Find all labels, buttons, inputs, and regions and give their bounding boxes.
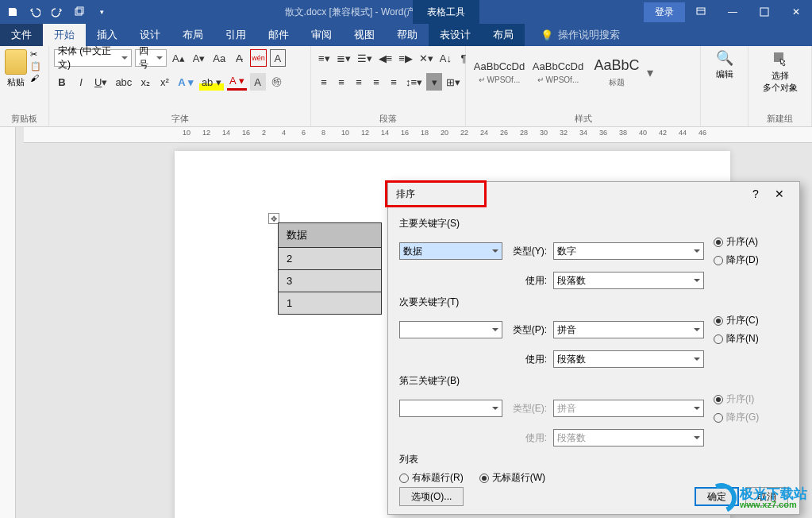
char-border-icon[interactable]: A	[270, 49, 286, 67]
bullets-icon[interactable]: ≡▾	[316, 49, 333, 67]
paste-button[interactable]: 粘贴	[5, 49, 27, 88]
secondary-type-select[interactable]: 拼音	[553, 321, 704, 338]
third-type-select: 拼音	[553, 400, 704, 417]
primary-key-select[interactable]: 数据	[399, 242, 502, 260]
new-window-icon[interactable]	[73, 6, 86, 18]
styles-expand-icon[interactable]: ▾	[647, 49, 653, 95]
redo-icon[interactable]	[51, 6, 63, 18]
cut-icon[interactable]: ✂	[30, 49, 41, 60]
font-color-icon[interactable]: A ▾	[227, 73, 247, 91]
table-header[interactable]: 数据	[279, 223, 382, 248]
primary-desc-radio[interactable]: 降序(D)	[714, 253, 759, 267]
minimize-icon[interactable]: —	[717, 0, 749, 24]
format-painter-icon[interactable]: 🖌	[30, 73, 41, 83]
style-item-0[interactable]: AaBbCcDd ↵ WPSOf...	[471, 49, 528, 95]
text-effects-icon[interactable]: A ▾	[175, 73, 196, 91]
qat-dropdown-icon[interactable]: ▾	[95, 6, 108, 18]
align-left-icon[interactable]: ≡	[316, 73, 332, 91]
style-preview: AaBbC	[594, 57, 639, 74]
numbering-icon[interactable]: ≣▾	[334, 49, 353, 67]
save-icon[interactable]	[6, 6, 19, 18]
dialog-titlebar[interactable]: 排序 ? ✕	[388, 182, 799, 206]
align-center-icon[interactable]: ≡	[333, 73, 349, 91]
secondary-key-select[interactable]	[399, 321, 502, 338]
tab-insert[interactable]: 插入	[86, 24, 129, 46]
tab-table-layout[interactable]: 布局	[482, 24, 525, 46]
primary-type-select[interactable]: 数字	[553, 242, 704, 260]
font-size-select[interactable]: 四号	[135, 49, 167, 67]
primary-use-select[interactable]: 段落数	[553, 272, 704, 289]
superscript-icon[interactable]: x²	[156, 73, 172, 91]
dialog-close-icon[interactable]: ✕	[768, 187, 791, 200]
options-button[interactable]: 选项(O)...	[399, 487, 464, 506]
line-spacing-icon[interactable]: ↕≡▾	[403, 73, 425, 91]
tab-references[interactable]: 引用	[214, 24, 257, 46]
char-shading-icon[interactable]: A	[250, 73, 266, 91]
justify-icon[interactable]: ≡	[368, 73, 384, 91]
secondary-desc-radio[interactable]: 降序(N)	[714, 332, 759, 346]
tab-layout[interactable]: 布局	[171, 24, 214, 46]
tab-review[interactable]: 审阅	[300, 24, 343, 46]
third-key-select[interactable]	[399, 400, 502, 417]
maximize-icon[interactable]	[749, 0, 780, 24]
shrink-font-icon[interactable]: A▾	[190, 49, 208, 67]
strike-icon[interactable]: abc	[113, 73, 134, 91]
phonetic-guide-icon[interactable]: wén	[250, 49, 267, 67]
highlight-icon[interactable]: ab ▾	[199, 73, 224, 91]
grow-font-icon[interactable]: A▴	[170, 49, 187, 67]
style-item-1[interactable]: AaBbCcDd ↵ WPSOf...	[529, 49, 587, 95]
italic-icon[interactable]: I	[73, 73, 89, 91]
multilevel-icon[interactable]: ☰▾	[355, 49, 375, 67]
select-objects-button[interactable]: 选择 多个对象	[763, 49, 798, 94]
tab-design[interactable]: 设计	[129, 24, 171, 46]
borders-icon[interactable]: ⊞▾	[444, 73, 463, 91]
copy-icon[interactable]: 📋	[30, 61, 41, 72]
bold-icon[interactable]: B	[54, 73, 70, 91]
shading-icon[interactable]: ▾	[426, 73, 442, 91]
watermark-brand: 极光下载站	[740, 487, 807, 501]
close-icon[interactable]: ✕	[780, 0, 812, 24]
tab-home[interactable]: 开始	[43, 24, 86, 46]
tab-file[interactable]: 文件	[0, 24, 43, 46]
style-item-2[interactable]: AaBbC 标题	[588, 49, 645, 95]
watermark-logo-icon	[702, 479, 741, 518]
find-button[interactable]: 🔍 编辑	[716, 49, 733, 80]
tab-view[interactable]: 视图	[343, 24, 386, 46]
ribbon-options-icon[interactable]	[685, 0, 717, 24]
increase-indent-icon[interactable]: ≡▶	[396, 49, 415, 67]
table-cell[interactable]: 1	[279, 292, 382, 315]
help-icon[interactable]: ?	[744, 187, 768, 200]
title-bar: ▾ 散文.docx [兼容模式] - Word(产品激活失败) 表格工具 登录 …	[0, 0, 812, 24]
enclose-char-icon[interactable]: ㊕	[269, 73, 285, 91]
table-cell[interactable]: 3	[279, 270, 382, 292]
clipboard-icon	[5, 49, 27, 75]
asian-layout-icon[interactable]: ✕▾	[417, 49, 436, 67]
align-right-icon[interactable]: ≡	[351, 73, 367, 91]
secondary-use-select[interactable]: 段落数	[553, 350, 704, 368]
font-name-select[interactable]: 宋体 (中文正文)	[54, 49, 132, 67]
styles-group-label: 样式	[466, 113, 700, 125]
no-header-radio[interactable]: 无标题行(W)	[479, 471, 545, 485]
document-table[interactable]: 数据 2 3 1	[278, 222, 382, 315]
tab-mailings[interactable]: 邮件	[257, 24, 300, 46]
decrease-indent-icon[interactable]: ◀≡	[376, 49, 395, 67]
clear-format-icon[interactable]: A̶	[231, 49, 247, 67]
tab-table-design[interactable]: 表设计	[429, 24, 482, 46]
sort-icon[interactable]: A↓	[437, 49, 454, 67]
change-case-icon[interactable]: Aa	[210, 49, 228, 67]
svg-rect-1	[77, 7, 83, 14]
undo-icon[interactable]	[29, 6, 41, 18]
radio-label: 降序(N)	[726, 332, 759, 346]
table-cell[interactable]: 2	[279, 248, 382, 270]
tab-help[interactable]: 帮助	[386, 24, 429, 46]
has-header-radio[interactable]: 有标题行(R)	[399, 471, 464, 485]
new-group-label: 新建组	[749, 113, 811, 125]
underline-icon[interactable]: U ▾	[92, 73, 110, 91]
context-tab-table-tools: 表格工具	[413, 0, 479, 24]
subscript-icon[interactable]: x₂	[137, 73, 153, 91]
tell-me-search[interactable]: 💡 操作说明搜索	[541, 24, 620, 46]
primary-asc-radio[interactable]: 升序(A)	[714, 235, 759, 249]
secondary-asc-radio[interactable]: 升序(C)	[714, 314, 759, 327]
login-button[interactable]: 登录	[644, 2, 685, 22]
distribute-icon[interactable]: ≡	[386, 73, 402, 91]
